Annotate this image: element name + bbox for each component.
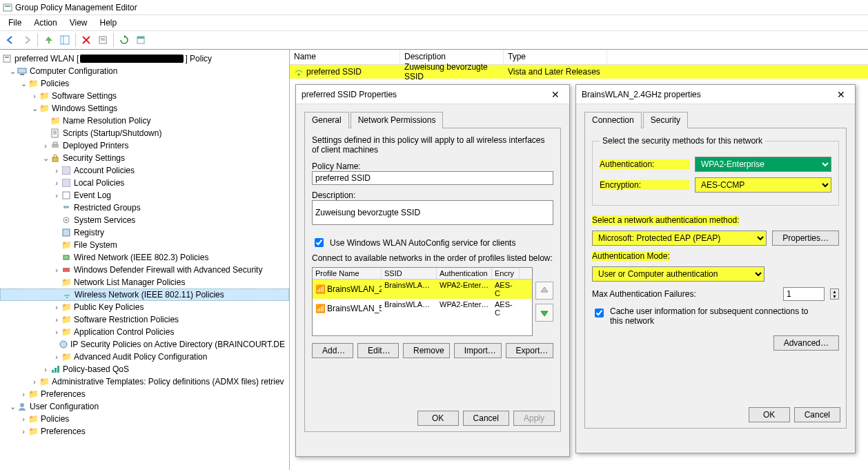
expand-icon[interactable]: › [52,179,61,187]
expand-icon[interactable]: › [19,390,28,398]
menu-help[interactable]: Help [95,17,123,29]
tree-network-list[interactable]: 📁Network List Manager Policies [0,276,289,288]
spinner-up[interactable]: ▲ [831,289,838,294]
menu-view[interactable]: View [64,17,93,29]
tree-admx[interactable]: ›📁Administrative Templates: Policy defin… [0,375,289,388]
expand-icon[interactable]: › [19,415,28,423]
tab-general[interactable]: General [304,112,349,128]
menu-file[interactable]: File [3,17,27,29]
tree-deployed-printers[interactable]: ›Deployed Printers [0,139,289,152]
tree-scripts[interactable]: Scripts (Startup/Shutdown) [0,127,289,139]
show-hide-tree-button[interactable] [57,32,72,48]
export-list-button[interactable] [133,32,148,48]
expand-icon[interactable]: › [52,303,61,311]
spinner-down[interactable]: ▼ [831,294,838,299]
collapse-icon[interactable]: ⌄ [8,402,17,411]
tree-local-policies[interactable]: ›Local Policies [0,177,289,189]
autoconfig-checkbox[interactable] [315,238,324,247]
auth-mode-select[interactable]: User or Computer authentication [592,266,765,282]
forward-button[interactable] [19,32,34,48]
tree-software-settings[interactable]: ›📁Software Settings [0,90,289,102]
tree-account-policies[interactable]: ›Account Policies [0,164,289,177]
tree-windows-settings[interactable]: ⌄📁Windows Settings [0,102,289,115]
tree-user-prefs[interactable]: ›📁Preferences [0,425,289,438]
tree-pubkey[interactable]: ›📁Public Key Policies [0,301,289,313]
expand-icon[interactable]: › [52,315,61,324]
refresh-button[interactable] [117,32,132,48]
ok-button[interactable]: OK [417,411,459,426]
tree-root[interactable]: preferred WLAN [ ] Policy [0,52,289,65]
tree-system-services[interactable]: System Services [0,214,289,226]
expand-icon[interactable]: › [19,427,28,435]
move-down-button[interactable] [535,304,553,322]
cancel-button[interactable]: Cancel [794,407,840,422]
tree-firewall[interactable]: ›Windows Defender Firewall with Advanced… [0,264,289,276]
tree-computer-config[interactable]: ⌄ Computer Configuration [0,65,289,77]
properties-button[interactable] [95,32,110,48]
expand-icon[interactable]: › [52,353,61,361]
tree-security-settings[interactable]: ⌄Security Settings [0,152,289,164]
policy-name-input[interactable] [312,171,553,185]
tree-ipsec[interactable]: IP Security Policies on Active Directory… [0,338,289,351]
cancel-button[interactable]: Cancel [463,411,509,426]
tree-policies[interactable]: ⌄ 📁 Policies [0,77,289,90]
tree-registry[interactable]: Registry [0,226,289,239]
expand-icon[interactable]: › [52,166,61,175]
menu-action[interactable]: Action [28,17,62,29]
add-button[interactable]: Add… [312,343,353,358]
profiles-table[interactable]: Profile Name SSID Authentication Encry 📶… [312,267,533,336]
up-button[interactable] [41,32,56,48]
max-fail-input[interactable] [783,287,825,301]
tree-name-resolution[interactable]: 📁Name Resolution Policy [0,115,289,127]
expand-icon[interactable]: › [52,191,61,199]
edit-button[interactable]: Edit… [357,343,399,358]
expand-icon[interactable]: › [41,141,50,150]
col-type[interactable]: Type [504,50,607,64]
cache-checkbox[interactable] [595,309,604,317]
tab-network-permissions[interactable]: Network Permissions [351,112,444,128]
advanced-button[interactable]: Advanced… [773,335,839,351]
tree-swrestrict[interactable]: ›📁Software Restriction Policies [0,313,289,326]
authentication-select[interactable]: WPA2-Enterprise [695,157,831,172]
tree-wired[interactable]: Wired Network (IEEE 802.3) Policies [0,251,289,264]
tab-security[interactable]: Security [643,112,688,128]
properties-button[interactable]: Properties… [772,231,839,246]
move-up-button[interactable] [535,282,553,300]
list-row[interactable]: preferred SSID Zuweisung bevorzugte SSID… [290,65,868,79]
close-icon[interactable]: ✕ [547,89,564,100]
collapse-icon[interactable]: ⌄ [30,104,39,113]
tree-file-system[interactable]: 📁File System [0,239,289,251]
collapse-icon[interactable]: ⌄ [19,79,28,88]
tree-audit[interactable]: ›📁Advanced Audit Policy Configuration [0,351,289,363]
import-button[interactable]: Import… [454,343,502,358]
encryption-select[interactable]: AES-CCMP [695,177,831,193]
expand-icon[interactable]: › [41,365,50,373]
expand-icon[interactable]: › [52,266,61,274]
remove-button[interactable]: Remove [403,343,450,358]
profile-row-1[interactable]: 📶BrainsWLAN_2.4… BrainsWLAN_… WPA2-Enter… [313,280,532,299]
expand-icon[interactable]: › [52,328,61,336]
description-input[interactable] [312,200,553,225]
tree-appcontrol[interactable]: ›📁Application Control Policies [0,326,289,338]
tree-user-config[interactable]: ⌄User Configuration [0,400,289,413]
collapse-icon[interactable]: ⌄ [41,154,50,163]
tab-connection[interactable]: Connection [584,112,642,128]
tree-qos[interactable]: ›Policy-based QoS [0,363,289,375]
col-name[interactable]: Name [290,50,400,64]
tree-preferences[interactable]: ›📁Preferences [0,388,289,400]
expand-icon[interactable]: › [30,378,39,386]
tree-restricted-groups[interactable]: Restricted Groups [0,202,289,214]
tree-user-policies[interactable]: ›📁Policies [0,413,289,425]
ok-button[interactable]: OK [749,407,790,422]
tree-wireless[interactable]: Wireless Network (IEEE 802.11) Policies [0,288,289,301]
apply-button[interactable]: Apply [513,411,555,426]
delete-button[interactable] [79,32,94,48]
expand-icon[interactable]: › [30,92,39,100]
tree-event-log[interactable]: ›Event Log [0,189,289,202]
back-button[interactable] [3,32,18,48]
close-icon[interactable]: ✕ [833,89,849,100]
collapse-icon[interactable]: ⌄ [8,67,17,76]
netauth-method-select[interactable]: Microsoft: Protected EAP (PEAP) [592,231,767,246]
profile-row-2[interactable]: 📶BrainsWLAN_5GHz BrainsWLAN_… WPA2-Enter… [313,299,532,318]
export-button[interactable]: Export… [506,343,553,358]
